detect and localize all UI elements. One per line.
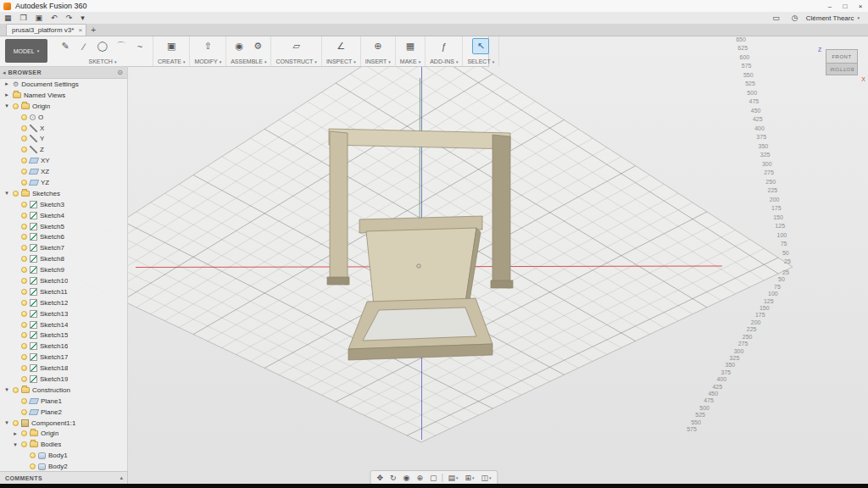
toolbar-group-label[interactable]: INSPECT▾: [326, 58, 356, 64]
visibility-bulb-icon[interactable]: [21, 332, 27, 338]
expander-icon[interactable]: ▾: [3, 386, 10, 393]
toolbar-group-label[interactable]: MAKE▾: [400, 58, 420, 64]
expander-icon[interactable]: ▸: [3, 80, 10, 87]
tree-row[interactable]: Sketch12: [0, 297, 127, 308]
tree-row[interactable]: Sketch7: [0, 242, 127, 253]
tree-row[interactable]: XZ: [0, 166, 127, 177]
toolbar-group-label[interactable]: ASSEMBLE▾: [231, 58, 266, 64]
collapse-browser-icon[interactable]: ◂: [0, 69, 8, 76]
tree-row[interactable]: X: [0, 123, 127, 134]
expander-icon[interactable]: ▾: [3, 103, 10, 109]
visibility-bulb-icon[interactable]: [30, 463, 36, 469]
tree-row[interactable]: Sketch14: [0, 319, 127, 330]
visibility-bulb-icon[interactable]: [21, 322, 27, 328]
display-settings-icon[interactable]: ▤▾: [444, 474, 461, 482]
tree-row[interactable]: O: [0, 112, 127, 123]
user-menu[interactable]: Clément Thearc: [806, 14, 854, 22]
create-sketch-icon[interactable]: ✎: [57, 38, 74, 54]
line-tool-icon[interactable]: ∕: [75, 38, 92, 54]
visibility-bulb-icon[interactable]: [13, 387, 19, 393]
visibility-bulb-icon[interactable]: [21, 267, 27, 273]
tree-row[interactable]: Sketch11: [0, 286, 127, 297]
visibility-bulb-icon[interactable]: [21, 256, 27, 262]
visibility-bulb-icon[interactable]: [21, 147, 27, 152]
visibility-bulb-icon[interactable]: [21, 224, 27, 230]
expander-icon[interactable]: ▾: [3, 190, 10, 197]
clock-icon[interactable]: ◷: [787, 13, 803, 24]
viewports-icon[interactable]: ◫▾: [478, 474, 495, 482]
viewport-canvas[interactable]: [0, 36, 868, 485]
visibility-bulb-icon[interactable]: [21, 278, 27, 284]
construct-plane-icon[interactable]: ▱: [288, 38, 305, 54]
select-cursor-icon[interactable]: ↖: [472, 38, 489, 54]
tree-row[interactable]: Sketch13: [0, 308, 127, 319]
visibility-bulb-icon[interactable]: [21, 289, 27, 295]
visibility-bulb-icon[interactable]: [21, 311, 27, 317]
make-3d-print-icon[interactable]: ▦: [402, 38, 419, 54]
maximize-button[interactable]: □: [837, 1, 853, 12]
expander-icon[interactable]: ▸: [3, 92, 10, 98]
visibility-bulb-icon[interactable]: [21, 365, 27, 371]
orbit-icon[interactable]: ↻: [387, 474, 400, 482]
visibility-bulb-icon[interactable]: [21, 169, 27, 175]
visibility-bulb-icon[interactable]: [21, 398, 27, 404]
expander-icon[interactable]: ▾: [3, 419, 10, 426]
tree-row[interactable]: ▸⚙Document Settings: [0, 79, 127, 90]
tree-row[interactable]: Sketch19: [0, 374, 127, 385]
view-cube[interactable]: FRONT BOTTOM X Z: [826, 49, 858, 75]
zoom-icon[interactable]: ⊕: [413, 474, 426, 482]
arc-tool-icon[interactable]: ⌒: [113, 38, 130, 54]
visibility-bulb-icon[interactable]: [21, 158, 27, 164]
visibility-bulb-icon[interactable]: [21, 343, 27, 349]
measure-icon[interactable]: ∠: [332, 38, 349, 54]
pan-icon[interactable]: ✥: [373, 474, 387, 482]
visibility-bulb-icon[interactable]: [21, 180, 27, 186]
tree-row[interactable]: Sketch4: [0, 210, 127, 221]
visibility-bulb-icon[interactable]: [21, 376, 27, 382]
workspace-switcher[interactable]: MODEL ▾: [5, 39, 47, 63]
tree-row[interactable]: YZ: [0, 177, 127, 188]
tree-row[interactable]: Sketch3: [0, 199, 127, 210]
expander-icon[interactable]: ▸: [12, 430, 19, 437]
toolbar-group-label[interactable]: SELECT▾: [467, 58, 494, 64]
tree-row[interactable]: ▾Component1:1: [0, 418, 127, 429]
insert-icon[interactable]: ⊕: [370, 38, 387, 54]
visibility-bulb-icon[interactable]: [21, 234, 27, 240]
visibility-bulb-icon[interactable]: [21, 114, 27, 120]
visibility-bulb-icon[interactable]: [21, 213, 27, 219]
view-cube-bottom-face[interactable]: BOTTOM: [826, 64, 858, 75]
fit-icon[interactable]: ▢: [426, 474, 441, 482]
new-tab-button[interactable]: +: [86, 25, 100, 36]
visibility-bulb-icon[interactable]: [21, 136, 27, 141]
tree-row[interactable]: Body1: [0, 450, 127, 461]
file-menu-icon[interactable]: ❒: [16, 13, 31, 24]
create-form-icon[interactable]: ▣: [163, 38, 180, 54]
visibility-bulb-icon[interactable]: [21, 441, 27, 447]
toolbar-group-label[interactable]: SKETCH▾: [89, 58, 117, 64]
tree-row[interactable]: Plane1: [0, 396, 127, 407]
visibility-bulb-icon[interactable]: [21, 300, 27, 306]
tree-row[interactable]: Y: [0, 133, 127, 144]
display-mode-icon[interactable]: ▭: [768, 13, 784, 24]
look-at-icon[interactable]: ◉: [400, 474, 414, 482]
spline-tool-icon[interactable]: ~: [131, 38, 148, 54]
joint-icon[interactable]: ⚙: [249, 38, 266, 54]
minimize-button[interactable]: –: [822, 1, 837, 12]
toolbar-group-label[interactable]: MODIFY▾: [194, 58, 221, 64]
tree-row[interactable]: XY: [0, 155, 127, 166]
tree-row[interactable]: Sketch18: [0, 363, 127, 374]
close-button[interactable]: ×: [853, 1, 868, 12]
visibility-bulb-icon[interactable]: [13, 420, 19, 426]
tree-row[interactable]: Sketch17: [0, 352, 127, 363]
circle-tool-icon[interactable]: ◯: [94, 38, 111, 54]
new-component-icon[interactable]: ◉: [231, 38, 248, 54]
grid-settings-icon[interactable]: ⊞▾: [461, 474, 477, 482]
app-launcher-icon[interactable]: ▦: [0, 13, 16, 24]
visibility-bulb-icon[interactable]: [21, 202, 27, 208]
tree-row[interactable]: ▸Named Views: [0, 90, 127, 101]
tree-row[interactable]: ▾Origin: [0, 101, 127, 112]
toolbar-group-label[interactable]: INSERT▾: [365, 58, 391, 64]
tree-row[interactable]: Sketch9: [0, 264, 127, 275]
viewport[interactable]: FRONT BOTTOM X Z 65062560057555052550047…: [0, 36, 868, 485]
toolbar-group-label[interactable]: CREATE▾: [158, 58, 185, 64]
